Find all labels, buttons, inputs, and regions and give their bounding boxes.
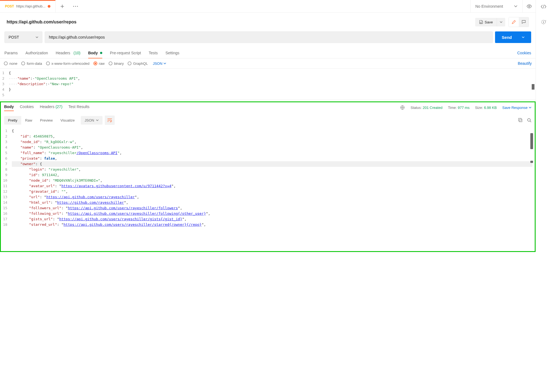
code-panel-icon[interactable] <box>539 2 548 11</box>
resp-view-preview[interactable]: Preview <box>36 116 57 125</box>
comment-icon[interactable] <box>519 17 529 27</box>
resp-view-visualize[interactable]: Visualize <box>57 116 79 125</box>
tab-settings[interactable]: Settings <box>165 47 179 58</box>
tab-options-button[interactable] <box>69 0 82 12</box>
svg-point-3 <box>528 6 530 7</box>
new-tab-button[interactable] <box>56 0 69 12</box>
svg-point-0 <box>73 6 74 7</box>
resp-tab-headers[interactable]: Headers (27) <box>40 104 63 111</box>
tab-prerequest[interactable]: Pre-request Script <box>110 47 141 58</box>
tab-title: https://api.github... <box>16 4 45 8</box>
body-type-form-data[interactable]: form-data <box>21 61 42 66</box>
svg-point-9 <box>543 21 544 22</box>
edit-icon[interactable] <box>509 17 519 27</box>
save-response-button[interactable]: Save Response <box>502 106 531 110</box>
url-input[interactable]: https://api.github.com/user/repos <box>45 31 493 43</box>
save-button[interactable]: Save <box>475 18 497 26</box>
resp-tab-body[interactable]: Body <box>4 104 14 111</box>
request-tab[interactable]: POST https://api.github... <box>0 0 56 12</box>
size-value: 6.98 KB <box>484 106 497 110</box>
resp-view-raw[interactable]: Raw <box>21 116 36 125</box>
response-body-viewer[interactable]: 123456789101112131415161718 { "id": 4546… <box>1 128 535 251</box>
request-body-editor[interactable]: 12345 {····"name":·"OpenClassrooms API",… <box>0 69 536 100</box>
environment-label: No Environment <box>475 4 503 9</box>
svg-point-2 <box>77 6 78 7</box>
resp-view-pretty[interactable]: Pretty <box>4 116 21 125</box>
time-value: 977 ms <box>458 106 470 110</box>
save-options-button[interactable] <box>497 18 505 26</box>
svg-point-7 <box>528 119 530 121</box>
tab-headers[interactable]: Headers (10) <box>56 47 80 58</box>
body-type-urlencoded[interactable]: x-www-form-urlencoded <box>46 61 90 66</box>
body-format-select[interactable]: JSON <box>153 61 166 66</box>
status-value: 201 Created <box>423 106 443 110</box>
unsaved-indicator-icon <box>48 5 50 8</box>
svg-rect-5 <box>519 119 522 122</box>
body-type-raw[interactable]: raw <box>93 61 105 66</box>
method-badge: POST <box>5 4 14 8</box>
cookies-link[interactable]: Cookies <box>517 51 531 55</box>
body-type-binary[interactable]: binary <box>109 61 124 66</box>
resp-tab-cookies[interactable]: Cookies <box>20 104 34 111</box>
copy-icon[interactable] <box>518 118 523 122</box>
tab-tests[interactable]: Tests <box>149 47 158 58</box>
svg-point-1 <box>75 6 76 7</box>
tab-body[interactable]: Body <box>88 47 102 58</box>
resp-tab-test-results[interactable]: Test Results <box>68 104 89 111</box>
request-title: https://api.github.com/user/repos <box>7 20 472 25</box>
scrollbar-thumb[interactable] <box>530 161 533 163</box>
method-select[interactable]: POST <box>4 31 42 43</box>
env-quick-look-icon[interactable] <box>522 0 536 12</box>
resp-format-select[interactable]: JSON <box>81 116 103 125</box>
scrollbar-thumb[interactable] <box>530 133 533 149</box>
svg-rect-6 <box>518 118 521 121</box>
body-type-graphql[interactable]: GraphQL <box>128 61 148 66</box>
tab-params[interactable]: Params <box>4 47 18 58</box>
tab-authorization[interactable]: Authorization <box>25 47 48 58</box>
search-icon[interactable] <box>527 118 531 122</box>
environment-selector[interactable]: No Environment <box>470 0 522 12</box>
send-button[interactable]: Send <box>495 31 531 43</box>
network-icon[interactable] <box>400 105 405 110</box>
body-type-none[interactable]: none <box>4 61 17 66</box>
beautify-link[interactable]: Beautify <box>518 61 532 66</box>
wrap-lines-icon[interactable] <box>105 116 115 125</box>
info-panel-icon[interactable] <box>539 18 548 26</box>
